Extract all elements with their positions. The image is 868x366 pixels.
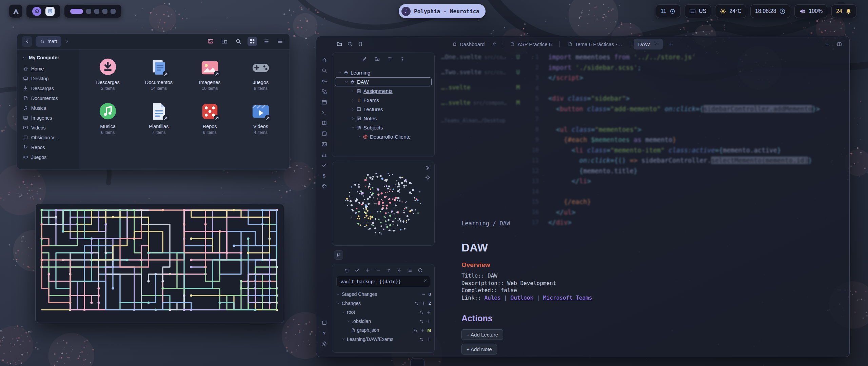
git-plus-action[interactable] bbox=[420, 328, 425, 332]
folder-repos[interactable]: Repos6 items bbox=[184, 101, 235, 135]
ribbon-dollar-button[interactable]: $ bbox=[321, 173, 327, 179]
dock-icon-note[interactable] bbox=[45, 7, 55, 16]
folder-documentos[interactable]: Documentos14 items bbox=[133, 57, 184, 91]
git-row-learning-daw-exams[interactable]: Learning/DAW/Exams bbox=[332, 335, 434, 344]
tab-daw[interactable]: DAW bbox=[634, 39, 663, 49]
explorer-action-folderplus[interactable] bbox=[375, 56, 380, 61]
link-microsoft-teams[interactable]: Microsoft Teams bbox=[543, 294, 592, 301]
git-plus-action[interactable] bbox=[427, 319, 431, 323]
sidebar-item-juegos[interactable]: Juegos bbox=[20, 152, 75, 162]
sidebar-item-documentos[interactable]: Documentos bbox=[20, 93, 75, 103]
git-row-staged-changes[interactable]: Staged Changes0 bbox=[332, 290, 434, 299]
panel-tab-bookmark[interactable] bbox=[358, 41, 363, 47]
commit-message-input[interactable] bbox=[336, 276, 430, 287]
tab-dashboard[interactable]: Dashboard bbox=[448, 39, 489, 49]
git-action-down[interactable] bbox=[397, 268, 402, 273]
ribbon-dice-button[interactable] bbox=[321, 131, 327, 137]
back-button[interactable] bbox=[22, 36, 32, 47]
grid-view-button[interactable] bbox=[248, 37, 257, 46]
menu-button[interactable] bbox=[275, 37, 285, 46]
sidebar-item-musica[interactable]: Musica bbox=[20, 103, 75, 113]
sidebar-item-obsidian-v[interactable]: Obsidian V… bbox=[20, 133, 75, 142]
list-view-button[interactable] bbox=[261, 37, 271, 46]
tree-item-lectures[interactable]: Lectures bbox=[332, 105, 434, 114]
tree-item-desarrollo-cliente[interactable]: Desarrollo-Cliente bbox=[332, 132, 434, 141]
split-view-button[interactable] bbox=[837, 42, 842, 47]
git-minus-action[interactable] bbox=[421, 292, 426, 297]
new-tab-button[interactable] bbox=[668, 42, 673, 47]
git-undo-action[interactable] bbox=[419, 310, 424, 314]
link-aules[interactable]: Aules bbox=[484, 294, 500, 301]
tab-list-button[interactable] bbox=[825, 42, 830, 47]
ribbon-box-button[interactable] bbox=[321, 320, 327, 326]
folder-plantillas[interactable]: Plantillas7 items bbox=[133, 101, 184, 135]
ribbon-chart-button[interactable] bbox=[321, 152, 327, 158]
ribbon-key-button[interactable] bbox=[321, 78, 327, 84]
launcher-button[interactable] bbox=[9, 4, 23, 18]
sidebar-item-repos[interactable]: Repos bbox=[20, 142, 75, 152]
close-tab-icon[interactable] bbox=[654, 42, 658, 46]
tree-item-notes[interactable]: Notes bbox=[332, 114, 434, 123]
git-row-changes[interactable]: Changes2 bbox=[332, 299, 434, 308]
git-plus-action[interactable] bbox=[427, 310, 431, 314]
ribbon-help-button[interactable]: ? bbox=[321, 330, 327, 336]
sidebar-item-home[interactable]: Home bbox=[20, 64, 75, 74]
sidebar-item-imagenes[interactable]: Imagenes bbox=[20, 113, 75, 123]
ribbon-terminal-button[interactable] bbox=[321, 110, 327, 116]
note-button-add-lecture[interactable]: + Add Lecture bbox=[461, 329, 503, 340]
module-updates[interactable]: 11 bbox=[656, 4, 680, 18]
folder-musica[interactable]: Musica6 items bbox=[82, 101, 133, 135]
clear-icon[interactable] bbox=[423, 279, 428, 283]
ribbon-canvas-button[interactable] bbox=[321, 89, 327, 95]
module-weather[interactable]: 24°C bbox=[715, 4, 746, 18]
sidebar-item-desktop[interactable]: Desktop bbox=[20, 74, 75, 83]
ribbon-puzzle-button[interactable] bbox=[321, 183, 327, 189]
git-undo-action[interactable] bbox=[419, 319, 424, 323]
ribbon-book-button[interactable] bbox=[321, 120, 327, 126]
ribbon-search-button[interactable] bbox=[321, 68, 327, 74]
sidebar-item-descargas[interactable]: Descargas bbox=[20, 83, 75, 93]
tab-asp-practice-6[interactable]: ASP Practice 6 bbox=[506, 39, 556, 49]
ribbon-home-button[interactable] bbox=[321, 57, 327, 63]
new-folder-button[interactable] bbox=[220, 37, 229, 46]
explorer-action-sort[interactable] bbox=[387, 56, 392, 61]
git-action-up[interactable] bbox=[386, 268, 391, 273]
folder-descargas[interactable]: Descargas2 items bbox=[82, 57, 133, 91]
graph-gear-button[interactable] bbox=[425, 165, 430, 170]
ribbon-check-button[interactable] bbox=[321, 162, 327, 168]
ribbon-imageph-button[interactable] bbox=[321, 141, 327, 147]
workspace-4[interactable] bbox=[102, 9, 107, 14]
search-button[interactable] bbox=[234, 37, 243, 46]
link-outlook[interactable]: Outlook bbox=[511, 294, 533, 301]
breadcrumb[interactable]: matt bbox=[36, 36, 61, 47]
git-action-list[interactable] bbox=[407, 268, 412, 273]
git-row-obsidian[interactable]: .obsidian bbox=[332, 317, 434, 326]
git-row-graph-json[interactable]: graph.jsonM bbox=[332, 326, 434, 335]
workspace-3[interactable] bbox=[94, 9, 99, 14]
git-plus-action[interactable] bbox=[421, 301, 426, 305]
git-action-check[interactable] bbox=[355, 268, 360, 273]
thumbnails-button[interactable] bbox=[206, 37, 215, 46]
module-keyboard-layout[interactable]: US bbox=[685, 4, 711, 18]
folder-videos[interactable]: Videos4 items bbox=[235, 101, 286, 135]
git-action-plus[interactable] bbox=[365, 268, 370, 273]
dock-icon-spiral[interactable] bbox=[32, 7, 41, 16]
tree-item-assignments[interactable]: Assignments bbox=[332, 86, 434, 96]
sidebar-item-videos[interactable]: Videos bbox=[20, 123, 75, 133]
note-button-add-note[interactable]: + Add Note bbox=[461, 344, 497, 354]
git-row-root[interactable]: root bbox=[332, 308, 434, 317]
tree-item-exams[interactable]: !Exams bbox=[332, 96, 434, 105]
git-action-refresh[interactable] bbox=[418, 268, 423, 273]
ribbon-gear-button[interactable] bbox=[321, 341, 327, 347]
tree-item-learning[interactable]: Learning bbox=[332, 68, 434, 77]
media-widget[interactable]: ♪ Polyphia - Neurotica bbox=[399, 4, 486, 18]
git-undo-action[interactable] bbox=[419, 337, 424, 341]
tree-item-subjects[interactable]: Subjects bbox=[332, 123, 434, 132]
explorer-action-pencil[interactable] bbox=[362, 56, 367, 61]
git-action-minus[interactable] bbox=[376, 268, 381, 273]
explorer-action-collapse[interactable] bbox=[400, 56, 405, 61]
git-action-undo[interactable] bbox=[344, 268, 349, 273]
git-undo-action[interactable] bbox=[414, 301, 419, 305]
panel-tab-search[interactable] bbox=[347, 41, 353, 47]
dock-handle[interactable] bbox=[410, 359, 425, 366]
